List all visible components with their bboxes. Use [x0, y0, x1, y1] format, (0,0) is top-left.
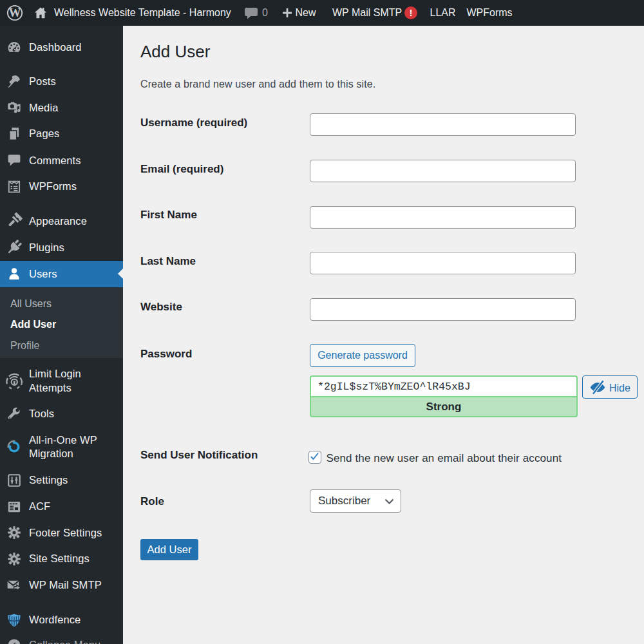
- svg-text:W: W: [9, 6, 21, 19]
